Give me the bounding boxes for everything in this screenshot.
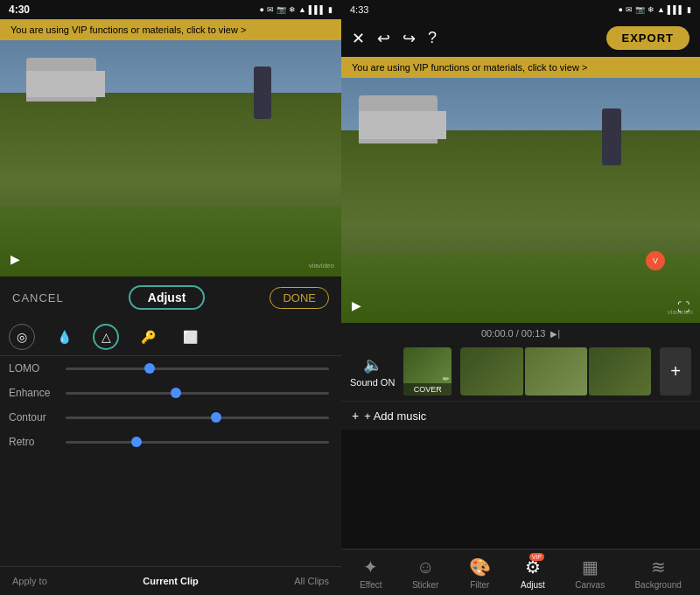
camera-icon: 📷	[276, 5, 286, 14]
right-status-icons: ● ✉ 📷 ❄ ▲ ▌▌▌ ▮	[619, 5, 692, 14]
all-clips-button[interactable]: All Clips	[294, 576, 329, 586]
right-panel: 4:33 ● ✉ 📷 ❄ ▲ ▌▌▌ ▮ ✕ ↩ ↪ ? EXPORT You …	[341, 0, 700, 595]
add-music-bar[interactable]: + + Add music	[341, 401, 700, 430]
contour-thumb[interactable]	[211, 412, 221, 423]
filter-drop-icon[interactable]: 💧	[51, 324, 77, 350]
video-preview-right: ▶ viavideo V ⛶	[341, 78, 700, 323]
toolbar-left-icons: ✕ ↩ ↪ ?	[352, 29, 437, 48]
retro-track[interactable]	[66, 441, 329, 444]
nav-item-adjust[interactable]: ⚙ VIP Adjust	[521, 556, 545, 590]
done-button[interactable]: DONE	[270, 287, 329, 309]
filter-icon-row: ◎ 💧 △ 🔑 ⬜	[0, 318, 341, 356]
r-battery-icon: ▮	[687, 5, 691, 14]
help-button[interactable]: ?	[428, 29, 437, 47]
adjust-toolbar: CANCEL Adjust DONE	[0, 276, 341, 318]
current-clip-button[interactable]: Current Clip	[143, 576, 199, 586]
filter-label: Filter	[470, 580, 489, 590]
lomo-thumb[interactable]	[144, 363, 155, 374]
fullscreen-button[interactable]: ⛶	[677, 300, 690, 314]
apply-to-label: Apply to	[12, 576, 47, 586]
sound-icon: 🔈	[363, 355, 382, 374]
r-bt-icon: ❄	[648, 5, 654, 14]
right-status-bar: 4:33 ● ✉ 📷 ❄ ▲ ▌▌▌ ▮	[341, 0, 700, 19]
signal-icon: ▌▌▌	[309, 5, 326, 14]
play-button-left[interactable]: ▶	[10, 252, 20, 266]
contour-track[interactable]	[66, 416, 329, 419]
battery-icon: ▮	[328, 5, 332, 14]
filter-triangle-icon[interactable]: △	[93, 324, 119, 350]
effect-icon: ✦	[363, 556, 378, 578]
sound-label: Sound ON	[350, 377, 395, 388]
export-button[interactable]: EXPORT	[606, 26, 690, 50]
effect-label: Effect	[360, 580, 382, 590]
nav-item-background[interactable]: ≋ Background	[634, 556, 681, 590]
nav-item-canvas[interactable]: ▦ Canvas	[575, 556, 605, 590]
bluetooth-icon: ❄	[289, 5, 296, 14]
top-toolbar-right: ✕ ↩ ↪ ? EXPORT	[341, 19, 700, 57]
sound-button[interactable]: 🔈 Sound ON	[350, 355, 395, 388]
nav-item-effect[interactable]: ✦ Effect	[360, 556, 382, 590]
left-status-icons: ● ✉ 📷 ❄ ▲ ▌▌▌ ▮	[260, 5, 333, 14]
add-music-text: + Add music	[364, 410, 426, 423]
left-time: 4:30	[9, 4, 30, 16]
nav-item-sticker[interactable]: ☺ Sticker	[412, 557, 439, 590]
slider-table: LOMO Enhance Contour Retro	[0, 356, 341, 566]
cover-edit-icon: ✏	[443, 374, 450, 383]
timeline-arrow: ▶|	[550, 329, 560, 339]
undo-button[interactable]: ↩	[377, 29, 390, 48]
add-clip-button[interactable]: +	[660, 347, 691, 396]
close-button[interactable]: ✕	[352, 29, 365, 48]
right-time: 4:33	[350, 4, 368, 15]
filter-icon: 🎨	[469, 556, 491, 578]
wifi-icon: ▲	[298, 5, 306, 14]
person-object-left	[254, 66, 271, 119]
play-button-right[interactable]: ▶	[352, 298, 361, 312]
r-notif-icon: ●	[619, 5, 623, 14]
filter-extra-icon[interactable]: ⬜	[177, 324, 203, 350]
clip-area: 🔈 Sound ON COVER ✏ +	[341, 342, 700, 401]
vip-banner-right[interactable]: You are using VIP functions or materials…	[341, 57, 700, 78]
lomo-slider-row: LOMO	[0, 356, 341, 381]
contour-slider-row: Contour	[0, 405, 341, 430]
r-cam-icon: 📷	[635, 5, 645, 14]
filter-key-icon[interactable]: 🔑	[135, 324, 161, 350]
enhance-slider-row: Enhance	[0, 381, 341, 405]
watermark-left: viavideo	[309, 262, 334, 270]
cancel-button[interactable]: CANCEL	[12, 291, 64, 304]
canvas-label: Canvas	[575, 580, 605, 590]
viavideo-badge: V	[646, 251, 665, 270]
sticker-icon: ☺	[416, 557, 434, 578]
video-preview-left: ▶ viavideo	[0, 40, 341, 276]
enhance-track[interactable]	[66, 392, 329, 395]
background-label: Background	[634, 580, 681, 590]
clip-segment-2[interactable]	[525, 347, 587, 396]
vip-text-left: You are using VIP functions or materials…	[10, 24, 246, 35]
background-icon: ≋	[651, 556, 666, 578]
clip-segment-3[interactable]	[589, 347, 651, 396]
cover-thumbnail[interactable]: COVER ✏	[403, 347, 452, 396]
vip-banner-left[interactable]: You are using VIP functions or materials…	[0, 19, 341, 40]
clip-segment-1[interactable]	[460, 347, 522, 396]
van-body-left	[26, 71, 105, 97]
adjust-button[interactable]: Adjust	[129, 285, 206, 310]
retro-thumb[interactable]	[131, 437, 142, 447]
adjust-label: Adjust	[521, 580, 545, 590]
lomo-track[interactable]	[66, 368, 329, 370]
left-panel: 4:30 ● ✉ 📷 ❄ ▲ ▌▌▌ ▮ You are using VIP f…	[0, 0, 341, 595]
vip-text-right: You are using VIP functions or materials…	[352, 62, 587, 73]
contour-label: Contour	[9, 411, 57, 424]
timeline-clips	[460, 347, 651, 396]
lomo-label: LOMO	[9, 362, 57, 374]
person-object-right	[602, 108, 621, 165]
redo-button[interactable]: ↪	[402, 29, 416, 48]
filter-none-icon[interactable]: ◎	[9, 324, 35, 350]
left-status-bar: 4:30 ● ✉ 📷 ❄ ▲ ▌▌▌ ▮	[0, 0, 341, 19]
canvas-icon: ▦	[582, 556, 598, 578]
timeline-bar: 00:00.0 / 00:13 ▶|	[341, 323, 700, 342]
sticker-label: Sticker	[412, 580, 439, 590]
bottom-nav: ✦ Effect ☺ Sticker 🎨 Filter ⚙ VIP Adjust…	[341, 549, 700, 595]
timeline-current: 00:00.0 / 00:13	[481, 328, 545, 339]
retro-slider-row: Retro	[0, 430, 341, 454]
nav-item-filter[interactable]: 🎨 Filter	[469, 556, 491, 590]
enhance-thumb[interactable]	[171, 388, 181, 398]
